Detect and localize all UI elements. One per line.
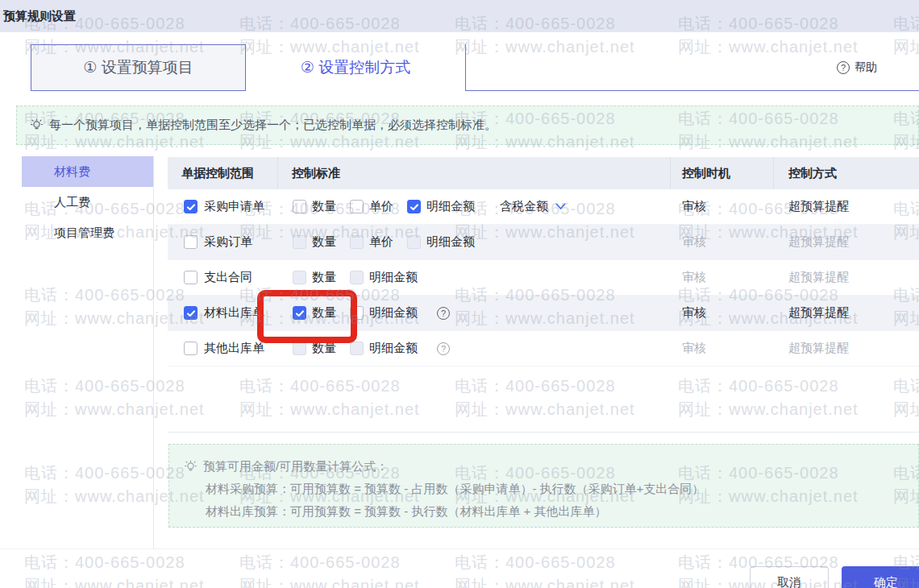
timing-value: 审核	[682, 199, 706, 214]
timing-cell: 审核	[671, 225, 774, 259]
criteria-checkbox	[293, 235, 306, 249]
tab-set-control-method[interactable]: ② 设置控制方式	[246, 44, 465, 91]
doc-checkbox[interactable]	[184, 271, 198, 284]
timing-cell: 审核	[671, 189, 774, 224]
doc-scope-cell: 其他出库单	[168, 331, 278, 366]
doc-label: 支出合同	[204, 270, 252, 285]
tax-amount-dropdown-value: 含税金额	[500, 199, 548, 214]
doc-checkbox[interactable]	[184, 200, 198, 213]
doc-label: 采购订单	[204, 234, 252, 250]
doc-checkbox[interactable]	[184, 342, 198, 355]
criteria-item: 数量	[293, 341, 336, 356]
criteria-checkbox	[293, 342, 306, 355]
criteria-item: 明细金额	[407, 199, 475, 214]
chevron-down-icon	[555, 203, 566, 210]
tab-set-control-method-label: ② 设置控制方式	[301, 57, 410, 78]
criteria-checkbox[interactable]	[293, 200, 306, 213]
page-title: 预算规则设置	[3, 9, 76, 24]
table-row: 采购申请单数量单价明细金额含税金额审核超预算提醒	[168, 189, 919, 225]
column-header: 控制方式	[774, 157, 919, 189]
tab-set-budget-items[interactable]: ① 设置预算项目	[31, 44, 246, 91]
lightbulb-icon	[30, 118, 44, 132]
timing-value: 审核	[682, 270, 706, 285]
doc-scope-cell: 采购申请单	[168, 189, 278, 224]
doc-checkbox[interactable]	[184, 306, 198, 320]
column-header: 控制标准	[278, 157, 671, 189]
sidebar-item[interactable]: 人工费	[0, 187, 153, 217]
table-row: 材料出库单数量明细金额?审核超预算提醒	[168, 296, 919, 331]
watermark-text: 电话：400-665-0028网址：www.chanjet.net	[24, 551, 205, 588]
timing-cell: 审核	[671, 260, 774, 295]
criteria-label: 数量	[312, 199, 336, 214]
sidebar-item[interactable]: 项目管理费	[0, 217, 153, 248]
criteria-label: 单价	[369, 199, 393, 214]
column-header: 单据控制范围	[168, 157, 278, 189]
formula-line: 材料出库预算：可用预算数 = 预算数 - 执行数（材料出库单 + 其他出库单）	[184, 500, 918, 523]
method-cell: 超预算提醒	[774, 189, 919, 224]
criteria-label: 数量	[312, 341, 336, 356]
criteria-item: 数量	[293, 199, 336, 214]
table-row: 采购订单数量单价明细金额审核超预算提醒	[168, 225, 919, 260]
method-value: 超预算提醒	[788, 234, 849, 250]
doc-label: 材料出库单	[204, 305, 264, 321]
criteria-checkbox[interactable]	[350, 200, 364, 213]
help-label: 帮助	[855, 60, 877, 75]
cancel-button[interactable]: 取消	[750, 566, 829, 588]
criteria-item: 数量	[293, 270, 336, 285]
criteria-checkbox[interactable]	[350, 306, 364, 320]
criteria-label: 明细金额	[426, 199, 475, 214]
criteria-item: 明细金额	[407, 234, 475, 250]
budget-item-list: 材料费人工费项目管理费	[0, 156, 154, 549]
doc-label: 其他出库单	[204, 341, 264, 356]
doc-scope-cell: 材料出库单	[168, 296, 278, 330]
method-value: 超预算提醒	[788, 199, 849, 214]
criteria-checkbox[interactable]	[293, 306, 306, 320]
question-circle-icon[interactable]: ?	[437, 307, 450, 320]
timing-value: 审核	[682, 341, 706, 356]
doc-checkbox[interactable]	[184, 235, 198, 249]
criteria-cell: 数量明细金额?	[278, 296, 671, 330]
method-value: 超预算提醒	[788, 341, 849, 356]
question-circle-icon[interactable]: ?	[437, 342, 450, 355]
criteria-checkbox[interactable]	[407, 200, 421, 213]
method-value: 超预算提醒	[788, 305, 849, 321]
timing-cell: 审核	[671, 331, 774, 366]
criteria-checkbox	[350, 342, 364, 355]
criteria-label: 明细金额	[369, 270, 418, 285]
criteria-cell: 数量明细金额?	[278, 331, 671, 366]
criteria-label: 明细金额	[426, 234, 475, 250]
tax-amount-dropdown[interactable]: 含税金额	[500, 199, 566, 214]
method-cell: 超预算提醒	[774, 331, 919, 366]
timing-cell: 审核	[671, 296, 774, 330]
criteria-item: 单价	[350, 234, 393, 250]
table-header-row: 单据控制范围控制标准控制时机控制方式	[168, 157, 919, 189]
criteria-item: 单价	[350, 199, 393, 214]
criteria-checkbox	[293, 271, 306, 284]
criteria-label: 明细金额	[369, 305, 418, 321]
help-link[interactable]: ? 帮助	[837, 44, 877, 91]
lightbulb-icon	[184, 460, 198, 474]
watermark-text: 电话：400-665-0028网址：www.chanjet.net	[239, 551, 420, 588]
tab-set-budget-items-label: ① 设置预算项目	[83, 57, 193, 78]
criteria-item: 数量	[293, 305, 336, 321]
method-cell: 超预算提醒	[774, 260, 919, 295]
table-body: 采购申请单数量单价明细金额含税金额审核超预算提醒采购订单数量单价明细金额审核超预…	[168, 189, 919, 366]
criteria-item: 明细金额	[350, 305, 418, 321]
window-titlebar: 预算规则设置	[0, 0, 919, 32]
sidebar-item[interactable]: 材料费	[22, 156, 153, 187]
criteria-item: 数量	[293, 234, 336, 250]
column-header: 控制时机	[671, 157, 774, 189]
method-cell: 超预算提醒	[774, 296, 919, 330]
footer-divider	[0, 549, 919, 549]
criteria-label: 数量	[312, 270, 336, 285]
criteria-label: 数量	[312, 234, 336, 250]
notice-text: 每一个预算项目，单据控制范围至少选择一个；已选控制单据，必须选择控制标准。	[49, 118, 497, 133]
notice-banner: 每一个预算项目，单据控制范围至少选择一个；已选控制单据，必须选择控制标准。	[16, 106, 919, 145]
doc-scope-cell: 采购订单	[168, 225, 278, 259]
control-table: 单据控制范围控制标准控制时机控制方式 采购申请单数量单价明细金额含税金额审核超预…	[168, 157, 919, 433]
criteria-label: 数量	[312, 305, 336, 321]
confirm-button[interactable]: 确定	[842, 566, 919, 588]
formula-line: 材料采购预算：可用预算数 = 预算数 - 占用数（采购申请单）- 执行数（采购订…	[184, 478, 918, 500]
table-row: 支出合同数量明细金额审核超预算提醒	[168, 260, 919, 296]
formula-box: 预算可用金额/可用数量计算公式： 材料采购预算：可用预算数 = 预算数 - 占用…	[168, 444, 919, 528]
